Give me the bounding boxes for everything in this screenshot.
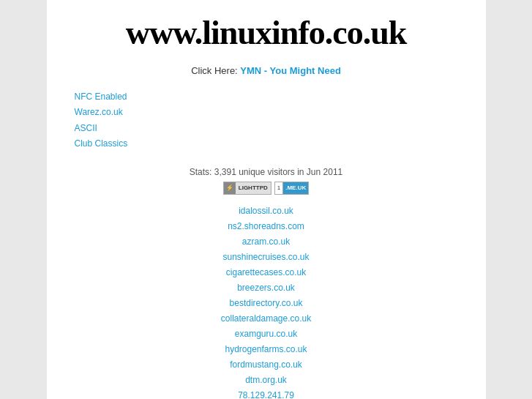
meuk-num: 1: [275, 182, 283, 194]
domain-link[interactable]: collateraldamage.co.uk: [69, 311, 464, 327]
domain-list: idalossil.co.ukns2.shoreadns.comazram.co…: [69, 204, 464, 399]
click-here-bar: Click Here: YMN - You Might Need: [69, 65, 464, 76]
click-here-prefix: Click Here:: [191, 65, 238, 76]
sidebar-link[interactable]: Warez.co.uk: [75, 105, 464, 121]
domain-link[interactable]: examguru.co.uk: [69, 327, 464, 342]
lighttpd-icon: ⚡: [224, 182, 236, 194]
domain-link[interactable]: breezers.co.uk: [69, 280, 464, 296]
sidebar-links: NFC EnabledWarez.co.ukASCIIClub Classics: [75, 89, 464, 152]
domain-link[interactable]: idalossil.co.uk: [69, 204, 464, 219]
sidebar-link[interactable]: NFC Enabled: [75, 89, 464, 105]
stats-text: Stats: 3,391 unique visitors in Jun 2011: [69, 167, 464, 177]
domain-link[interactable]: fordmustang.co.uk: [69, 357, 464, 373]
lighttpd-badge: ⚡ LIGHTTPD: [223, 182, 271, 195]
domain-link[interactable]: 78.129.241.79: [69, 388, 464, 399]
meuk-label: .ME.UK: [283, 182, 308, 194]
sidebar-link[interactable]: Club Classics: [75, 136, 464, 152]
domain-link[interactable]: azram.co.uk: [69, 234, 464, 250]
domain-link[interactable]: ns2.shoreadns.com: [69, 219, 464, 234]
stats-section: Stats: 3,391 unique visitors in Jun 2011…: [69, 167, 464, 195]
domain-link[interactable]: cigarettecases.co.uk: [69, 265, 464, 280]
domain-link[interactable]: hydrogenfarms.co.uk: [69, 342, 464, 357]
domain-link[interactable]: sunshinecruises.co.uk: [69, 250, 464, 265]
site-title: www.linuxinfo.co.uk: [69, 15, 464, 52]
domain-link[interactable]: bestdirectory.co.uk: [69, 296, 464, 311]
meuk-badge: 1 .ME.UK: [274, 182, 309, 195]
badges-row: ⚡ LIGHTTPD 1 .ME.UK: [69, 182, 464, 195]
domain-link[interactable]: dtm.org.uk: [69, 373, 464, 388]
sidebar-link[interactable]: ASCII: [75, 121, 464, 137]
page-wrapper: www.linuxinfo.co.uk Click Here: YMN - Yo…: [47, 0, 486, 399]
lighttpd-text: LIGHTTPD: [236, 182, 271, 194]
ymn-link[interactable]: YMN - You Might Need: [240, 65, 340, 76]
